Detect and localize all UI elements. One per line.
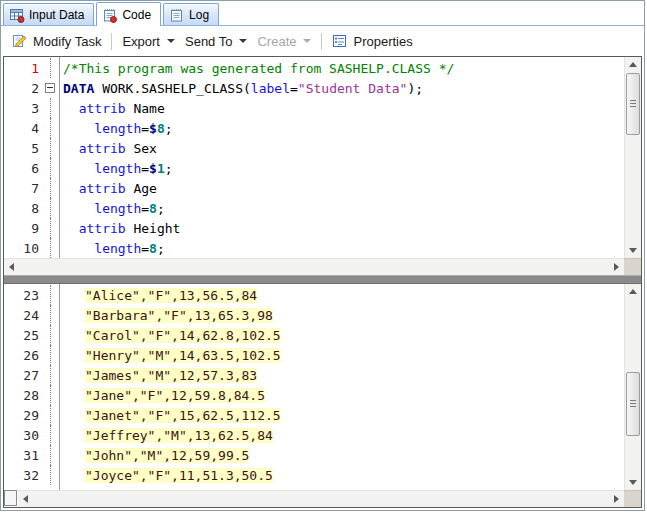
dataline-highlight: "Alice","F",13,56.5,84 xyxy=(85,288,257,303)
code-text: "Joyce","F",11,51.3,50.5 xyxy=(59,468,273,483)
fold-margin xyxy=(43,345,59,365)
fold-margin xyxy=(43,465,59,485)
fold-margin xyxy=(43,158,59,178)
scroll-up-arrow[interactable] xyxy=(625,57,641,72)
create-label: Create xyxy=(257,34,296,49)
export-label: Export xyxy=(122,34,160,49)
fold-margin xyxy=(43,425,59,445)
line-number: 25 xyxy=(4,328,43,343)
code-line: 10 length=8; xyxy=(4,238,624,258)
code-line: 23"Alice","F",13,56.5,84 xyxy=(4,285,624,305)
dataline-highlight: "Joyce","F",11,51.3,50.5 xyxy=(85,468,273,483)
notepad-icon xyxy=(102,7,118,23)
fold-margin xyxy=(43,405,59,425)
line-number: 27 xyxy=(4,368,43,383)
scroll-left-arrow[interactable] xyxy=(18,491,33,507)
fold-collapse-toggle[interactable] xyxy=(43,78,59,98)
chevron-down-icon xyxy=(303,39,311,43)
scrollbar-thumb[interactable] xyxy=(626,73,640,135)
dataline-highlight: "Jeffrey","M",13,62.5,84 xyxy=(85,428,273,443)
line-number: 30 xyxy=(4,428,43,443)
tab-label: Code xyxy=(122,8,151,22)
scroll-right-arrow[interactable] xyxy=(609,491,624,507)
dataline-highlight: "John","M",12,59,99.5 xyxy=(85,448,249,463)
code-text: length=8; xyxy=(59,241,165,256)
line-number: 1 xyxy=(4,61,43,76)
code-pane-top[interactable]: 1/*This program was generated from SASHE… xyxy=(4,57,624,258)
fold-margin xyxy=(43,385,59,405)
line-number: 3 xyxy=(4,101,43,116)
code-text: "John","M",12,59,99.5 xyxy=(59,448,249,463)
code-line: 6 length=$1; xyxy=(4,158,624,178)
tab-log[interactable]: Log xyxy=(163,3,219,25)
tab-input-data[interactable]: Input Data xyxy=(3,3,94,25)
fold-margin xyxy=(43,238,59,258)
code-editor: 1/*This program was generated from SASHE… xyxy=(3,56,642,508)
code-text: length=$8; xyxy=(59,121,173,136)
export-button[interactable]: Export xyxy=(117,31,180,52)
code-line: 2DATA WORK.SASHELP_CLASS(label="Student … xyxy=(4,78,624,98)
line-number: 10 xyxy=(4,241,43,256)
top-vertical-scrollbar[interactable] xyxy=(624,57,641,258)
tab-code[interactable]: Code xyxy=(96,2,161,26)
code-line: 31"John","M",12,59,99.5 xyxy=(4,445,624,465)
fold-margin xyxy=(43,198,59,218)
scroll-down-arrow[interactable] xyxy=(625,243,641,258)
code-line: 24"Barbara","F",13,65.3,98 xyxy=(4,305,624,325)
modify-task-button[interactable]: Modify Task xyxy=(7,30,106,52)
pane-splitter[interactable] xyxy=(4,275,641,284)
scrollbar-thumb[interactable] xyxy=(626,372,640,436)
line-number: 6 xyxy=(4,161,43,176)
line-number: 23 xyxy=(4,288,43,303)
top-horizontal-scrollbar[interactable] xyxy=(4,258,624,275)
send-to-label: Send To xyxy=(185,34,232,49)
code-line: 8 length=8; xyxy=(4,198,624,218)
code-text: "Henry","M",14,63.5,102.5 xyxy=(59,348,281,363)
code-line: 27"James","M",12,57.3,83 xyxy=(4,365,624,385)
send-to-button[interactable]: Send To xyxy=(180,31,252,52)
fold-margin xyxy=(43,325,59,345)
line-number: 28 xyxy=(4,388,43,403)
code-line: 5 attrib Sex xyxy=(4,138,624,158)
properties-label: Properties xyxy=(353,34,412,49)
create-button: Create xyxy=(252,31,316,52)
tab-label: Log xyxy=(189,8,209,22)
properties-button[interactable]: Properties xyxy=(327,30,417,52)
scroll-up-arrow[interactable] xyxy=(625,284,641,299)
dataline-highlight: "James","M",12,57.3,83 xyxy=(85,368,257,383)
scrollbar-corner xyxy=(624,490,641,507)
scroll-right-arrow[interactable] xyxy=(609,259,624,275)
scroll-down-arrow[interactable] xyxy=(625,475,641,490)
fold-margin xyxy=(43,118,59,138)
bottom-pane-lines: 23"Alice","F",13,56.5,8424"Barbara","F",… xyxy=(4,285,624,485)
properties-icon xyxy=(332,33,348,49)
code-line: 7 attrib Age xyxy=(4,178,624,198)
splitter-handle-box[interactable] xyxy=(4,490,17,506)
code-text: /*This program was generated from SASHEL… xyxy=(59,61,454,76)
code-line: 25"Carol","F",14,62.8,102.5 xyxy=(4,325,624,345)
scroll-left-arrow[interactable] xyxy=(4,259,19,275)
bottom-horizontal-scrollbar[interactable] xyxy=(18,490,624,507)
code-text: "Jeffrey","M",13,62.5,84 xyxy=(59,428,273,443)
tab-label: Input Data xyxy=(29,8,84,22)
code-line: 9 attrib Height xyxy=(4,218,624,238)
code-text: attrib Sex xyxy=(59,141,157,156)
dataline-highlight: "Janet","F",15,62.5,112.5 xyxy=(85,408,281,423)
fold-margin xyxy=(43,305,59,325)
code-text: "Carol","F",14,62.8,102.5 xyxy=(59,328,281,343)
code-pane-bottom[interactable]: 23"Alice","F",13,56.5,8424"Barbara","F",… xyxy=(4,284,624,490)
code-text: attrib Age xyxy=(59,181,157,196)
dataline-highlight: "Barbara","F",13,65.3,98 xyxy=(85,308,273,323)
line-number: 2 xyxy=(4,81,43,96)
toolbar-separator xyxy=(321,33,322,50)
toolbar-separator xyxy=(111,33,112,50)
document-tabbar: Input Data Code xyxy=(1,1,644,26)
code-text: attrib Name xyxy=(59,101,165,116)
line-number: 24 xyxy=(4,308,43,323)
bottom-vertical-scrollbar[interactable] xyxy=(624,284,641,490)
code-text: attrib Height xyxy=(59,221,180,236)
fold-margin xyxy=(43,285,59,305)
chevron-down-icon xyxy=(167,39,175,43)
code-text: "Barbara","F",13,65.3,98 xyxy=(59,308,273,323)
dataline-highlight: "Henry","M",14,63.5,102.5 xyxy=(85,348,281,363)
